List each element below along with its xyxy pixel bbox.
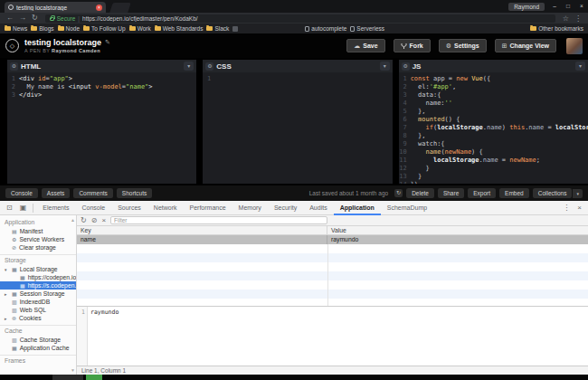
share-button[interactable]: Share [438,188,464,198]
column-key[interactable]: Key [77,226,327,234]
tab-elements[interactable]: Elements [36,201,75,215]
sidebar-item-cookies[interactable]: ▸⊚Cookies [0,314,76,322]
change-view-button[interactable]: ⊞ Change View [495,39,556,52]
tab-network[interactable]: Network [147,201,184,215]
bookmark-favicon[interactable] [242,26,247,32]
avatar[interactable] [566,38,583,54]
maximize-button[interactable]: □ [562,2,574,11]
profile-button[interactable]: Raymond [508,3,545,11]
inspect-element-icon[interactable]: ⊡ [3,204,16,212]
filter-input[interactable] [110,216,327,224]
tab-application[interactable]: Application [334,201,381,215]
empty-rows[interactable] [77,244,588,306]
collections-caret-icon[interactable]: ▾ [573,189,583,198]
database-icon: ▥ [12,337,17,343]
history-icon[interactable]: ↻ [394,189,403,197]
export-button[interactable]: Export [468,188,496,198]
sidebar-item-origin-codepen[interactable]: ▦https://codepen.io [0,273,76,281]
codepen-logo[interactable]: ◇ [5,39,19,52]
console-button[interactable]: Console [5,188,38,198]
css-code-editor[interactable]: 1 [203,72,392,184]
browser-menu-icon[interactable]: ⋮ [572,14,584,23]
bookmark-folder-slack[interactable]: Slack [206,25,229,32]
refresh-storage-icon[interactable]: ↻ [81,216,87,224]
settings-button[interactable]: ⚙ Settings [439,39,487,52]
bookmark-favicon[interactable] [278,26,283,32]
bookmark-folder-news[interactable]: News [5,25,27,32]
sidebar-scroll-down-icon[interactable]: ▼ [71,367,75,373]
save-button[interactable]: ☁ Save [346,39,384,52]
table-row[interactable]: name raymundo [77,235,588,244]
tab-performance[interactable]: Performance [184,201,232,215]
sidebar-item-application-cache[interactable]: ▦Application Cache [0,344,76,352]
edit-title-icon[interactable]: ✎ [105,39,110,46]
delete-button[interactable]: Delete [406,188,434,198]
collections-button[interactable]: Collections [533,188,573,198]
expand-closed-icon[interactable]: ▸ [5,316,9,321]
tab-schemadump[interactable]: SchemaDump [381,201,433,215]
js-editor-settings-icon[interactable]: ⚙ [402,62,410,71]
sidebar-scroll-up-icon[interactable]: ▲ [71,217,75,223]
comments-button[interactable]: Comments [73,188,112,198]
devtools-close-icon[interactable]: × [574,204,585,212]
preview-content[interactable]: raymundo [88,307,119,366]
bookmark-folder-node[interactable]: Node [58,25,81,32]
close-button[interactable]: × [575,2,588,11]
sidebar-item-clear-storage[interactable]: ⊘Clear storage [0,243,76,252]
assets-button[interactable]: Assets [42,188,71,198]
css-panel-collapse-icon[interactable]: ▾ [380,62,390,71]
delete-selected-icon[interactable]: × [101,216,106,224]
pen-author[interactable]: Raymond Camden [52,48,100,53]
tab-console[interactable]: Console [75,201,111,215]
embed-button[interactable]: Embed [499,188,529,198]
tab-close-icon[interactable]: × [96,5,102,11]
device-toolbar-icon[interactable]: ▣ [16,204,31,212]
css-editor-settings-icon[interactable]: ⚙ [205,62,213,71]
bookmark-folder-webstandards[interactable]: Web Standards [155,25,204,32]
js-panel-collapse-icon[interactable]: ▾ [575,62,585,71]
tab-audits[interactable]: Audits [303,201,333,215]
html-panel-collapse-icon[interactable]: ▾ [184,62,194,71]
bookmark-favicon[interactable] [232,26,238,32]
bookmark-favicon[interactable] [296,26,301,32]
minimize-button[interactable]: – [548,2,561,11]
back-icon[interactable]: ← [4,13,16,24]
tab-security[interactable]: Security [268,201,303,215]
sidebar-item-local-storage[interactable]: ▾▦Local Storage [0,265,76,273]
bookmark-folder-work[interactable]: Work [129,25,151,32]
column-value[interactable]: Value [327,226,588,234]
bookmark-favicon[interactable] [287,26,292,32]
sidebar-item-websql[interactable]: ▥Web SQL [0,306,76,314]
html-code-editor[interactable]: 1<div id="app">2 My name is <input v-mod… [7,72,196,184]
sidebar-item-origin-s-codepen[interactable]: ▦https://s.codepen.io [0,281,76,290]
bookmark-folder-tofollowup[interactable]: To Follow Up [83,25,126,32]
sidebar-item-cache-storage[interactable]: ▥Cache Storage [0,336,76,344]
bookmark-favicon[interactable] [269,26,274,32]
browser-tab[interactable]: testing localstorage × [5,2,106,13]
sidebar-item-service-workers[interactable]: ⚙Service Workers [0,235,76,243]
sidebar-item-session-storage[interactable]: ▸▦Session Storage [0,290,76,298]
bookmark-star-icon[interactable]: ☆ [560,14,572,23]
forward-icon[interactable]: → [16,13,29,24]
shortcuts-button[interactable]: Shortcuts [117,188,152,198]
new-tab-button[interactable] [109,3,131,13]
refresh-icon[interactable]: ↻ [29,13,41,24]
bookmark-serverless[interactable]: Serverless [350,25,384,32]
tab-memory[interactable]: Memory [232,201,268,215]
clear-all-icon[interactable]: ⊘ [91,216,98,224]
bookmark-favicon[interactable] [251,26,256,32]
sidebar-item-indexeddb[interactable]: ▥IndexedDB [0,298,76,306]
fork-button[interactable]: Fork [394,39,431,52]
expand-open-icon[interactable]: ▾ [5,267,9,272]
bookmark-folder-blogs[interactable]: Blogs [31,25,53,32]
other-bookmarks-button[interactable]: Other bookmarks [530,25,583,32]
expand-closed-icon[interactable]: ▸ [5,291,9,297]
devtools-menu-icon[interactable]: ⋮ [559,204,574,212]
bookmark-favicon[interactable] [260,26,265,32]
js-code-editor[interactable]: 1const app = new Vue({2 el:'#app',3 data… [399,72,588,184]
bookmark-autocomplete[interactable]: autocomplete [305,25,346,32]
address-bar[interactable]: Secure | https://codepen.io/cfjedimaster… [45,14,555,23]
tab-sources[interactable]: Sources [111,201,147,215]
html-editor-settings-icon[interactable]: ⚙ [10,62,18,71]
sidebar-item-manifest[interactable]: ▤Manifest [0,227,76,235]
